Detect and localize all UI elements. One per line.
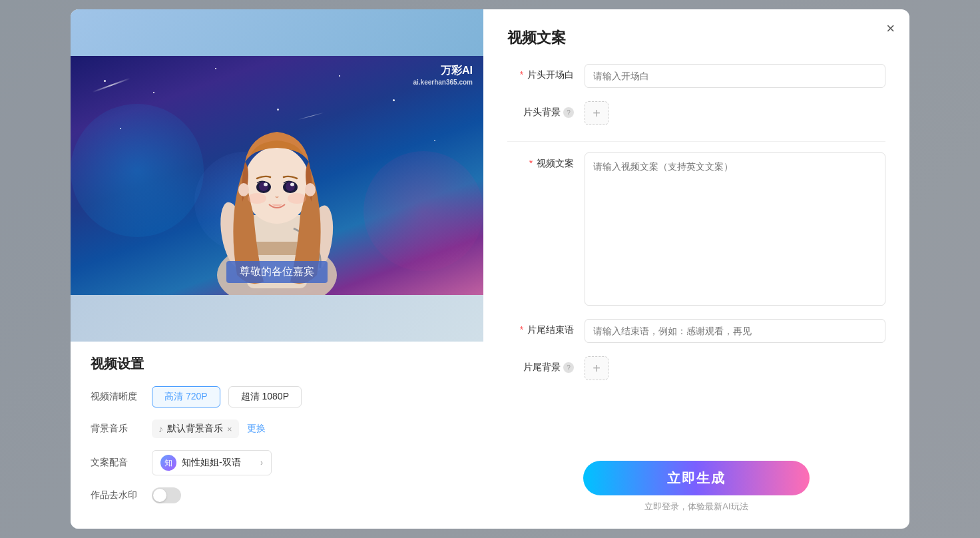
panel-title: 视频文案 xyxy=(507,28,885,48)
quality-1080p-btn[interactable]: 超清 1080P xyxy=(228,386,302,407)
opening-label-text: 片头开场白 xyxy=(527,69,574,80)
copy-label: * 视频文案 xyxy=(507,152,574,170)
voice-avatar: 知 xyxy=(160,455,176,471)
quality-row: 视频清晰度 高清 720P 超清 1080P xyxy=(91,386,463,407)
quality-label: 视频清晰度 xyxy=(91,391,144,403)
svg-point-15 xyxy=(248,193,266,204)
music-close-btn[interactable]: × xyxy=(227,424,232,434)
watermark-brand: 万彩AI xyxy=(413,64,473,78)
svg-point-14 xyxy=(305,183,316,196)
tail-bg-add-btn[interactable]: + xyxy=(585,356,609,380)
opening-input[interactable] xyxy=(585,64,885,88)
svg-point-6 xyxy=(244,146,310,224)
form-row-copy: * 视频文案 xyxy=(507,152,885,306)
opening-label: * 片头开场白 xyxy=(507,64,574,81)
login-hint: 立即登录，体验最新AI玩法 xyxy=(644,501,748,513)
tail-bg-label: 片尾背景 ? xyxy=(507,356,574,374)
voice-arrow-icon: › xyxy=(260,458,263,467)
form-row-tail-bg: 片尾背景 ? + xyxy=(507,356,885,380)
svg-rect-2 xyxy=(250,242,304,255)
music-name: 默认背景音乐 xyxy=(167,423,223,435)
svg-point-16 xyxy=(288,193,306,204)
generate-section: 立即生成 立即登录，体验最新AI玩法 xyxy=(507,450,885,513)
login-hint-text: 立即登录，体验最新AI玩法 xyxy=(644,501,748,511)
svg-point-11 xyxy=(264,183,268,186)
required-star-1: * xyxy=(520,69,523,80)
tail-bg-label-text: 片尾背景 xyxy=(523,362,561,374)
watermark-label: 作品去水印 xyxy=(91,489,144,501)
copy-textarea[interactable] xyxy=(585,152,885,306)
voice-row: 文案配音 知 知性姐姐-双语 › xyxy=(91,450,463,475)
right-panel: × 视频文案 * 片头开场白 片头背景 ? + xyxy=(483,9,909,529)
video-settings-panel: 视频设置 视频清晰度 高清 720P 超清 1080P 背景音乐 ♪ 默认背景音… xyxy=(71,342,483,529)
main-modal: 万彩AI ai.keerhan365.com 尊敬的各位嘉宾 视频设置 视频清晰… xyxy=(71,9,909,529)
watermark-url: ai.keerhan365.com xyxy=(413,78,473,87)
svg-point-12 xyxy=(290,183,294,186)
voice-name-label: 知性姐姐-双语 xyxy=(182,457,255,469)
modal-overlay: 万彩AI ai.keerhan365.com 尊敬的各位嘉宾 视频设置 视频清晰… xyxy=(0,0,980,538)
form-row-ending: * 片尾结束语 xyxy=(507,319,885,343)
header-bg-label-text: 片头背景 xyxy=(523,107,561,119)
ending-label: * 片尾结束语 xyxy=(507,319,574,336)
svg-point-13 xyxy=(238,183,249,196)
music-tag: ♪ 默认背景音乐 × xyxy=(152,419,239,438)
watermark-toggle[interactable] xyxy=(152,487,181,503)
video-preview-bottom xyxy=(71,295,483,342)
subtitle-bar: 尊敬的各位嘉宾 xyxy=(226,261,328,283)
quality-720p-btn[interactable]: 高清 720P xyxy=(152,386,220,407)
music-icon: ♪ xyxy=(158,423,163,434)
copy-label-text: 视频文案 xyxy=(537,158,574,168)
divider xyxy=(507,141,885,142)
video-preview-top xyxy=(71,9,483,56)
left-panel: 万彩AI ai.keerhan365.com 尊敬的各位嘉宾 视频设置 视频清晰… xyxy=(71,9,483,529)
voice-selector[interactable]: 知 知性姐姐-双语 › xyxy=(152,450,272,475)
header-bg-label: 片头背景 ? xyxy=(507,101,574,119)
watermark-row: 作品去水印 xyxy=(91,487,463,503)
header-bg-help-icon[interactable]: ? xyxy=(563,107,574,118)
settings-title: 视频设置 xyxy=(91,355,463,373)
generate-btn[interactable]: 立即生成 xyxy=(583,461,810,495)
close-btn[interactable]: × xyxy=(886,21,895,36)
form-row-opening: * 片头开场白 xyxy=(507,64,885,88)
music-row: 背景音乐 ♪ 默认背景音乐 × 更换 xyxy=(91,419,463,438)
video-preview-main: 万彩AI ai.keerhan365.com 尊敬的各位嘉宾 xyxy=(71,56,483,295)
music-change-btn[interactable]: 更换 xyxy=(247,423,266,435)
form-row-header-bg: 片头背景 ? + xyxy=(507,101,885,125)
ending-input[interactable] xyxy=(585,319,885,343)
required-star-2: * xyxy=(529,158,533,168)
tail-bg-help-icon[interactable]: ? xyxy=(563,362,574,373)
subtitle-text: 尊敬的各位嘉宾 xyxy=(240,266,314,277)
ending-label-text: 片尾结束语 xyxy=(527,324,574,335)
header-bg-add-btn[interactable]: + xyxy=(585,101,609,125)
music-label: 背景音乐 xyxy=(91,423,144,435)
voice-label: 文案配音 xyxy=(91,457,144,469)
watermark: 万彩AI ai.keerhan365.com xyxy=(413,64,473,87)
required-star-3: * xyxy=(520,324,523,335)
